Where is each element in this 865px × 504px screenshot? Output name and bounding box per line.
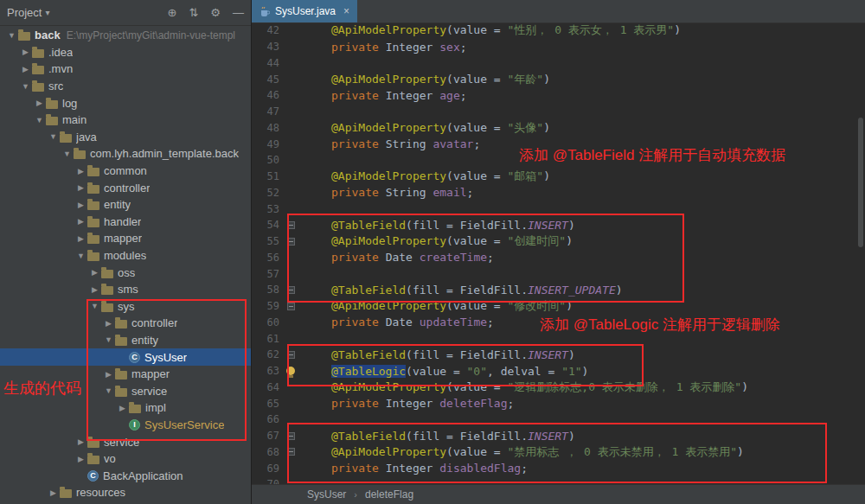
tree-item-idea[interactable]: ▶.idea xyxy=(0,44,251,61)
tree-item-controller[interactable]: ▶controller xyxy=(0,315,251,332)
fold-marker-icon[interactable] xyxy=(287,351,295,359)
chevron-right-icon[interactable]: ▶ xyxy=(19,48,32,56)
code-line-58[interactable]: 58@TableField(fill = FieldFill.INSERT_UP… xyxy=(252,282,865,298)
code-line-45[interactable]: 45@ApiModelProperty(value = "年龄") xyxy=(252,71,865,87)
chevron-down-icon[interactable]: ▼ xyxy=(102,386,115,395)
code-line-69[interactable]: 69private Integer disabledFlag; xyxy=(252,460,865,476)
chevron-down-icon[interactable]: ▼ xyxy=(74,252,87,260)
tree-item-handler[interactable]: ▶handler xyxy=(0,214,251,231)
tree-item-backapplication[interactable]: CBackApplication xyxy=(0,467,251,484)
chevron-right-icon[interactable]: ▶ xyxy=(74,167,87,175)
chevron-down-icon[interactable]: ▼ xyxy=(61,150,74,158)
code-line-54[interactable]: 54@TableField(fill = FieldFill.INSERT) xyxy=(252,217,865,233)
code-line-66[interactable]: 66 xyxy=(252,411,865,428)
tree-item-mapper[interactable]: ▶mapper xyxy=(0,230,251,247)
chevron-right-icon[interactable]: ▶ xyxy=(88,285,101,294)
code-line-68[interactable]: 68@ApiModelProperty(value = "禁用标志 ， 0 表示… xyxy=(252,444,865,461)
scrollbar-thumb[interactable] xyxy=(858,118,863,247)
chevron-right-icon[interactable]: ▶ xyxy=(74,183,87,192)
chevron-right-icon[interactable]: ▶ xyxy=(74,217,87,226)
settings-gear-icon[interactable]: ⚙ xyxy=(210,6,221,19)
code-line-55[interactable]: 55@ApiModelProperty(value = "创建时间") xyxy=(252,233,865,250)
chevron-right-icon[interactable]: ▶ xyxy=(88,268,101,277)
tree-item-sysuser[interactable]: CSysUser xyxy=(0,348,251,366)
chevron-down-icon[interactable]: ▼ xyxy=(88,302,101,310)
breadcrumb-item-deleteflag[interactable]: deleteFlag xyxy=(365,488,413,501)
code-line-64[interactable]: 64@ApiModelProperty(value = "逻辑删除标志,0 表示… xyxy=(252,380,865,396)
tree-item-entity[interactable]: ▶entity xyxy=(0,196,251,214)
code-line-43[interactable]: 43private Integer sex; xyxy=(252,39,865,55)
chevron-down-icon[interactable]: ▼ xyxy=(33,116,46,124)
tree-item-service[interactable]: ▶service xyxy=(0,433,251,450)
chevron-right-icon[interactable]: ▶ xyxy=(74,201,87,209)
code-line-46[interactable]: 46private Integer age; xyxy=(252,87,865,104)
tree-item-sms[interactable]: ▶sms xyxy=(0,281,251,298)
code-line-61[interactable]: 61 xyxy=(252,330,865,347)
code-line-49[interactable]: 49private String avatar; xyxy=(252,136,865,152)
chevron-right-icon[interactable]: ▶ xyxy=(102,370,115,379)
code-line-50[interactable]: 50 xyxy=(252,152,865,169)
chevron-right-icon[interactable]: ▶ xyxy=(33,99,46,107)
chevron-down-icon[interactable]: ▼ xyxy=(19,82,32,91)
tree-item-src[interactable]: ▼src xyxy=(0,78,251,95)
code-line-62[interactable]: 62@TableField(fill = FieldFill.INSERT) xyxy=(252,347,865,363)
code-line-56[interactable]: 56private Date createTime; xyxy=(252,250,865,266)
tree-item-mapper[interactable]: ▶mapper xyxy=(0,366,251,383)
fold-marker-icon[interactable] xyxy=(287,303,295,310)
tree-item-controller[interactable]: ▶controller xyxy=(0,179,251,196)
tree-item-resources[interactable]: ▶resources xyxy=(0,484,251,501)
chevron-right-icon[interactable]: ▶ xyxy=(47,488,60,497)
code-line-44[interactable]: 44 xyxy=(252,55,865,72)
tree-item-sys[interactable]: ▼sys xyxy=(0,298,251,316)
code-line-57[interactable]: 57 xyxy=(252,265,865,282)
fold-marker-icon[interactable] xyxy=(287,286,295,294)
code-line-65[interactable]: 65private Integer deleteFlag; xyxy=(252,395,865,411)
code-line-59[interactable]: 59@ApiModelProperty(value = "修改时间") xyxy=(252,298,865,315)
chevron-down-icon[interactable]: ▼ xyxy=(47,132,60,141)
chevron-right-icon[interactable]: ▶ xyxy=(74,455,87,463)
fold-marker-icon[interactable] xyxy=(287,238,295,246)
tree-item-java[interactable]: ▼java xyxy=(0,129,251,146)
intention-bulb-icon[interactable] xyxy=(286,367,295,375)
code-line-42[interactable]: 42@ApiModelProperty(value = "性别， 0 表示女， … xyxy=(252,22,865,39)
tree-item-back[interactable]: ▼backE:\myProject\myGit\admin-vue-templ xyxy=(0,27,251,44)
code-editor[interactable]: 42@ApiModelProperty(value = "性别， 0 表示女， … xyxy=(252,22,865,485)
chevron-right-icon[interactable]: ▶ xyxy=(74,234,87,243)
tree-item-service[interactable]: ▼service xyxy=(0,382,251,399)
code-line-53[interactable]: 53 xyxy=(252,201,865,217)
locate-file-icon[interactable]: ⊕ xyxy=(168,6,177,19)
editor-scrollbar[interactable] xyxy=(857,22,864,485)
tree-item-modules[interactable]: ▼modules xyxy=(0,247,251,265)
code-line-48[interactable]: 48@ApiModelProperty(value = "头像") xyxy=(252,120,865,137)
collapse-all-icon[interactable]: ⇅ xyxy=(189,6,198,19)
chevron-right-icon[interactable]: ▶ xyxy=(74,437,87,446)
tree-item-common[interactable]: ▶common xyxy=(0,163,251,180)
code-line-63[interactable]: 63@TableLogic(value = "0", delval = "1") xyxy=(252,363,865,380)
close-tab-icon[interactable]: × xyxy=(343,5,349,17)
tree-item-mvn[interactable]: ▶.mvn xyxy=(0,61,251,78)
code-line-51[interactable]: 51@ApiModelProperty(value = "邮箱") xyxy=(252,169,865,185)
tree-item-main[interactable]: ▼main xyxy=(0,112,251,129)
fold-marker-icon[interactable] xyxy=(287,432,295,440)
chevron-down-icon[interactable]: ▼ xyxy=(5,31,18,40)
tree-item-vo[interactable]: ▶vo xyxy=(0,450,251,468)
tree-item-sysuserservice[interactable]: ISysUserService xyxy=(0,417,251,434)
tree-item-com-lyh-admin-template-back[interactable]: ▼com.lyh.admin_template.back xyxy=(0,145,251,163)
code-line-47[interactable]: 47 xyxy=(252,104,865,120)
code-line-67[interactable]: 67@TableField(fill = FieldFill.INSERT) xyxy=(252,428,865,444)
tree-item-entity[interactable]: ▼entity xyxy=(0,332,251,349)
tab-sysuser-java[interactable]: SysUser.java × xyxy=(252,0,357,22)
chevron-right-icon[interactable]: ▶ xyxy=(116,404,129,412)
tree-item-impl[interactable]: ▶impl xyxy=(0,399,251,417)
chevron-right-icon[interactable]: ▶ xyxy=(19,65,32,73)
chevron-down-icon[interactable]: ▼ xyxy=(102,335,115,344)
tree-item-log[interactable]: ▶log xyxy=(0,94,251,112)
code-line-52[interactable]: 52private String email; xyxy=(252,185,865,201)
fold-marker-icon[interactable] xyxy=(287,221,295,229)
code-line-60[interactable]: 60private Date updateTime; xyxy=(252,315,865,331)
tree-item-oss[interactable]: ▶oss xyxy=(0,264,251,281)
fold-marker-icon[interactable] xyxy=(287,448,295,456)
chevron-right-icon[interactable]: ▶ xyxy=(102,319,115,328)
project-view-selector[interactable]: Project ▾ xyxy=(7,6,50,19)
breadcrumb-item-sysuser[interactable]: SysUser xyxy=(307,488,346,501)
